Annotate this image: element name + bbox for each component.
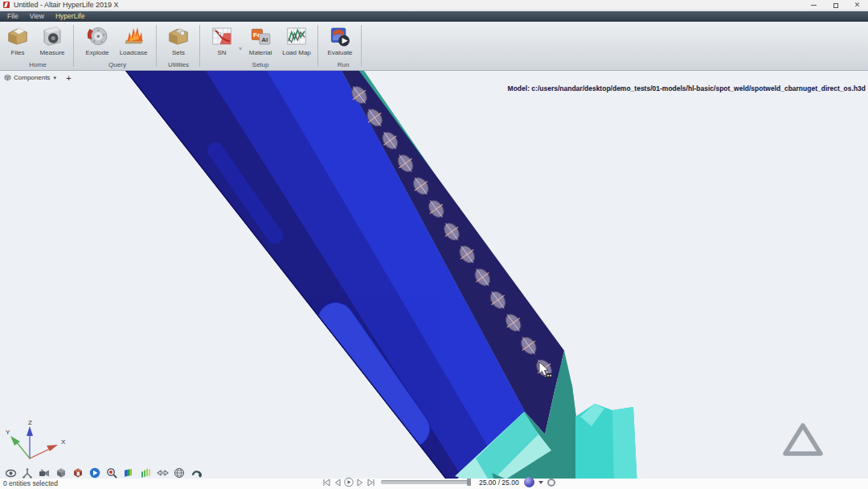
triad-toggle-button[interactable] (21, 467, 34, 479)
explode-icon (85, 24, 109, 48)
frame-counter: 25.00 / 25.00 (479, 479, 519, 487)
ribbon-separator (73, 25, 74, 67)
loadcase-label: Loadcase (116, 49, 151, 56)
contour-flag-icon (123, 467, 134, 479)
skip-start-icon (322, 479, 330, 487)
minimize-button[interactable] (803, 0, 825, 10)
loop-mode-button[interactable] (547, 479, 555, 487)
selection-status-text: 0 entities selected (3, 479, 58, 487)
components-label: Components (14, 74, 50, 81)
model-path-text: Model: c:/users/nandar/desktop/demo_test… (508, 84, 866, 92)
components-caret-icon: ▼ (52, 76, 57, 80)
sets-icon (166, 24, 190, 48)
animation-mode-button[interactable] (524, 477, 534, 487)
sn-curve-icon (210, 24, 234, 48)
material-al-text: Al (261, 36, 268, 43)
menu-hyperlife[interactable]: HyperLife (51, 11, 89, 23)
spin-swirl-icon (190, 468, 203, 479)
iso-plot-button[interactable] (139, 467, 152, 479)
menu-file[interactable]: File (2, 11, 23, 22)
shaded-view-button[interactable] (55, 467, 68, 479)
previous-frame-button[interactable] (333, 478, 342, 487)
step-back-icon (334, 479, 341, 487)
contour-plot-button[interactable] (122, 467, 135, 479)
animation-play-button[interactable] (88, 467, 101, 479)
axis-x-label: X (61, 438, 66, 446)
material-setup-icon: Fe Al (248, 24, 272, 48)
add-component-button[interactable]: + (66, 74, 71, 82)
play-pause-button[interactable] (344, 478, 354, 487)
axis-z-label: Z (28, 419, 32, 426)
triad-icon (22, 468, 33, 479)
zoom-tool-button[interactable] (105, 467, 118, 479)
camera-icon (39, 468, 51, 479)
evaluate-run-icon (328, 24, 352, 48)
evaluate-label: Evaluate (322, 49, 358, 56)
window-title: Untitled - Altair HyperLife 2019 X (14, 0, 119, 10)
group-label-setup: Setup (228, 61, 293, 68)
explode-label: Explode (80, 49, 115, 56)
ribbon-toolbar: Files Measure Explode (0, 22, 868, 71)
viewport-3d[interactable]: Z Y X Components ▼ + Model: c:/users/nan… (0, 71, 868, 479)
loadcase-icon (121, 24, 145, 48)
animation-controls: 25.00 / 25.00 (321, 476, 555, 488)
fit-arrows-icon (157, 468, 169, 478)
minimize-icon (811, 5, 817, 6)
restore-button[interactable] (825, 0, 846, 10)
menu-view[interactable]: View (25, 11, 49, 22)
animation-mode-caret-icon[interactable] (538, 481, 543, 484)
camera-view-button[interactable] (38, 467, 51, 479)
sn-label: SN (204, 49, 240, 56)
step-forward-icon (357, 479, 363, 487)
group-label-query: Query (85, 61, 149, 68)
close-button[interactable]: ✕ (846, 0, 868, 10)
play-circle-icon (89, 467, 100, 479)
skip-end-icon (367, 479, 375, 487)
group-label-run: Run (311, 61, 375, 68)
view-visibility-button[interactable] (4, 467, 17, 479)
restore-icon (833, 3, 838, 8)
frame-slider-thumb[interactable] (467, 479, 471, 486)
perspective-view-button[interactable] (190, 467, 203, 479)
files-label: Files (0, 49, 35, 56)
view-toolbar (4, 467, 203, 479)
sets-label: Sets (161, 49, 196, 56)
title-bar: Untitled - Altair HyperLife 2019 X ✕ (0, 0, 868, 10)
files-icon (6, 24, 30, 48)
load-map-icon (285, 24, 309, 48)
components-cube-icon (4, 74, 11, 81)
axis-y-label: Y (6, 429, 10, 436)
global-rotate-button[interactable] (173, 467, 186, 479)
group-label-utilities: Utilities (146, 61, 211, 68)
sn-dropdown-caret[interactable]: ˅ (239, 46, 242, 51)
eye-icon (5, 468, 17, 479)
frame-slider[interactable] (381, 480, 471, 484)
material-setup-label: Material (243, 49, 278, 56)
shaded-cube-icon (55, 467, 67, 479)
load-map-label: Load Map (279, 49, 314, 56)
group-label-home: Home (6, 61, 70, 68)
measure-label: Measure (35, 49, 70, 56)
hyperlife-window: Untitled - Altair HyperLife 2019 X ✕ Fil… (0, 0, 868, 489)
cyan-component-facet[interactable] (612, 407, 637, 479)
measure-icon (40, 24, 64, 48)
components-dropdown[interactable]: Components ▼ + (2, 72, 74, 83)
red-cube-icon (72, 467, 84, 479)
part-display-button[interactable] (72, 467, 84, 479)
globe-icon (174, 467, 185, 479)
app-logo-icon (3, 2, 10, 8)
play-icon (344, 477, 354, 487)
last-frame-button[interactable] (366, 478, 376, 487)
fit-view-button[interactable] (156, 467, 169, 479)
menu-bar: File View HyperLife (0, 11, 868, 22)
first-frame-button[interactable] (321, 478, 331, 487)
magnifier-icon (106, 467, 117, 479)
contour-bars-icon (140, 467, 151, 479)
next-frame-button[interactable] (355, 478, 365, 487)
